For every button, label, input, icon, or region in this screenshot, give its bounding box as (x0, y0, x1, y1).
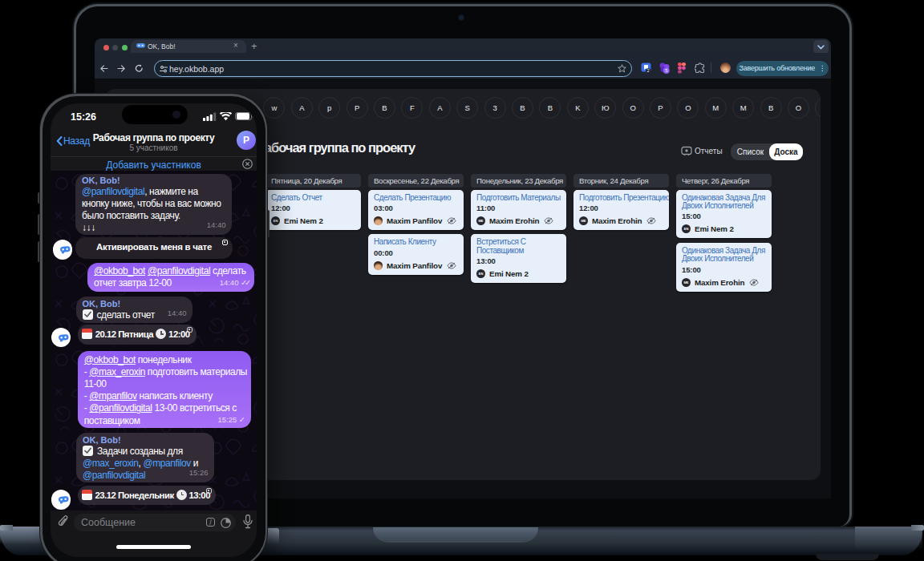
svg-text:2: 2 (647, 68, 650, 73)
